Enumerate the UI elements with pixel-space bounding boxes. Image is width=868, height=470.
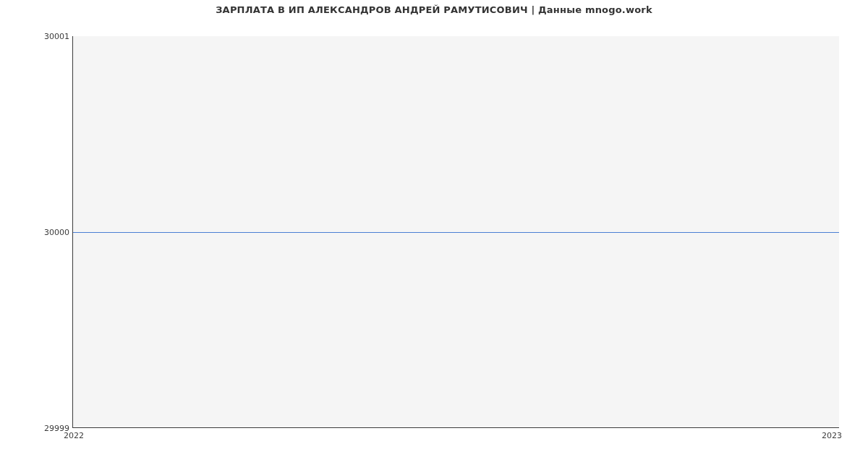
plot-area [72, 36, 839, 428]
x-tick-label: 2023 [822, 431, 842, 440]
x-tick-label: 2022 [64, 431, 84, 440]
y-tick-label: 30001 [44, 32, 69, 41]
chart-title: ЗАРПЛАТА В ИП АЛЕКСАНДРОВ АНДРЕЙ РАМУТИС… [0, 4, 868, 15]
series-line-salary [73, 232, 839, 233]
y-tick-label: 30000 [44, 228, 69, 237]
chart-container: ЗАРПЛАТА В ИП АЛЕКСАНДРОВ АНДРЕЙ РАМУТИС… [0, 0, 868, 470]
